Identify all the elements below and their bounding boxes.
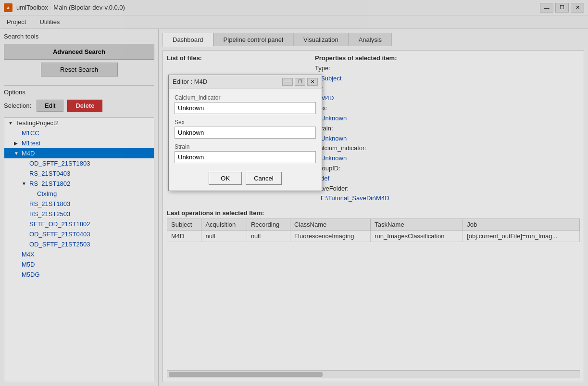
operations-table: Subject Acquisition Recording ClassName …	[167, 219, 580, 242]
cell-recording: null	[247, 231, 290, 242]
od1-link[interactable]: OD_SFTF_21ST1803	[29, 160, 90, 167]
tab-visualization[interactable]: Visualization	[293, 33, 349, 46]
m1test-toggle[interactable]: ▶	[14, 141, 20, 146]
menu-bar: Project Utilities	[0, 15, 588, 29]
col-job: Job	[463, 219, 580, 231]
title-text: umlToolbox - Main (Bipolar-dev-v.0.0.0)	[16, 4, 125, 11]
m4x-link[interactable]: M4X	[22, 251, 35, 258]
last-operations-header: Last operations in selected Item:	[167, 209, 580, 217]
root-toggle[interactable]: ▼	[8, 120, 14, 126]
rs2-toggle[interactable]: ▼	[22, 181, 27, 186]
m1cc-link[interactable]: M1CC	[22, 129, 39, 137]
tab-analysis[interactable]: Analysis	[349, 33, 392, 46]
selection-row: Selection: Edit Delete	[4, 100, 154, 112]
tree-item-rs-21st2503[interactable]: RS_21ST2503	[4, 209, 154, 219]
col-taskname: TaskName	[371, 219, 463, 231]
tree-item-sftf-od-21st1802[interactable]: SFTF_OD_21ST1802	[4, 219, 154, 229]
modal-maximize-button[interactable]: ☐	[295, 78, 305, 86]
tab-pipeline[interactable]: Pipeline control panel	[213, 33, 293, 46]
modal-titlebar: Editor : M4D — ☐ ✕	[169, 75, 322, 89]
tree-item-rs-21st0403[interactable]: RS_21ST0403	[4, 168, 154, 179]
list-of-files-header: List of files:	[167, 54, 311, 62]
reset-search-button[interactable]: Reset Search	[41, 63, 118, 77]
modal-controls: — ☐ ✕	[282, 78, 318, 86]
col-acquisition: Acquisition	[201, 219, 247, 231]
type-label: Type:	[315, 64, 330, 72]
tree-container[interactable]: ▼ TestingProject2 M1CC ▶ M1test ▼ M4D OD…	[4, 117, 154, 382]
tree-item-m5d[interactable]: M5D	[4, 259, 154, 270]
tree-item-od-sftf-21st0403[interactable]: OD_SFTF_21ST0403	[4, 229, 154, 239]
cell-job: [obj.current_outFile]=run_Imag...	[463, 231, 580, 242]
cell-subject: M4D	[167, 231, 201, 242]
cell-classname: FluorescenceImaging	[290, 231, 371, 242]
tree-item-od-sftf-21st1803[interactable]: OD_SFTF_21ST1803	[4, 158, 154, 168]
modal-minimize-button[interactable]: —	[282, 78, 293, 86]
close-button[interactable]: ✕	[571, 3, 584, 13]
tree-item-m1test[interactable]: ▶ M1test	[4, 138, 154, 148]
menu-utilities[interactable]: Utilities	[37, 17, 63, 26]
col-classname: ClassName	[290, 219, 371, 231]
m4d-toggle[interactable]: ▼	[14, 151, 20, 156]
tree-item-m4d[interactable]: ▼ M4D	[4, 148, 154, 158]
maximize-button[interactable]: ☐	[555, 3, 569, 13]
left-panel: Search tools Advanced Search Reset Searc…	[0, 29, 159, 386]
selection-label: Selection:	[4, 102, 33, 109]
search-tools-header: Search tools	[4, 33, 154, 40]
tree-root[interactable]: ▼ TestingProject2	[4, 118, 154, 128]
savefolder-value: F:\Tutorial_SaveDir\M4D	[315, 194, 389, 202]
m1test-link[interactable]: M1test	[22, 140, 40, 147]
ctximg-link[interactable]: CtxImg	[37, 190, 57, 197]
tab-dashboard[interactable]: Dashboard	[163, 33, 213, 47]
tree-root-label: TestingProject2	[16, 119, 59, 127]
tree-item-m5dg[interactable]: M5DG	[4, 270, 154, 280]
rs3-link[interactable]: RS_21ST1803	[29, 200, 70, 207]
m4d-label: M4D	[22, 150, 35, 157]
properties-header: Properties of selected item:	[315, 54, 580, 62]
advanced-search-button[interactable]: Advanced Search	[4, 44, 154, 60]
od3-link[interactable]: OD_SFTF_21ST2503	[29, 241, 90, 248]
tree-item-m1cc[interactable]: M1CC	[4, 128, 154, 138]
table-row[interactable]: M4D null null FluorescenceImaging run_Im…	[167, 231, 580, 242]
delete-button[interactable]: Delete	[67, 100, 102, 112]
ok-button[interactable]: OK	[209, 172, 242, 185]
modal-buttons: OK Cancel	[175, 172, 316, 185]
rs1-link[interactable]: RS_21ST0403	[29, 170, 70, 177]
modal-close-button[interactable]: ✕	[307, 78, 318, 86]
divider-1	[4, 85, 154, 86]
sex-input[interactable]	[175, 127, 316, 139]
properties-section: Properties of selected item: Type: Subje…	[315, 54, 580, 204]
tree-item-rs-21st1802[interactable]: ▼ RS_21ST1802	[4, 179, 154, 189]
calcium-label: Calcium_indicator:	[315, 144, 366, 152]
col-recording: Recording	[247, 219, 290, 231]
col-subject: Subject	[167, 219, 201, 231]
title-bar-left: ▲ umlToolbox - Main (Bipolar-dev-v.0.0.0…	[4, 3, 125, 12]
tree-item-rs-21st1803[interactable]: RS_21ST1803	[4, 199, 154, 209]
options-header: Options	[4, 89, 154, 96]
edit-button[interactable]: Edit	[37, 100, 63, 112]
od2-link[interactable]: OD_SFTF_21ST0403	[29, 231, 90, 238]
app-icon: ▲	[4, 3, 13, 12]
rs2-link[interactable]: RS_21ST1802	[29, 180, 70, 187]
editor-modal: Editor : M4D — ☐ ✕ Calcium_indicator Sex…	[168, 75, 322, 191]
modal-body: Calcium_indicator Sex Strain OK Cancel	[169, 89, 322, 191]
cell-taskname: run_ImagesClassification	[371, 231, 463, 242]
calcium-field-label: Calcium_indicator	[175, 94, 316, 101]
strain-field-label: Strain	[175, 143, 316, 150]
m5dg-link[interactable]: M5DG	[22, 271, 40, 278]
rs4-link[interactable]: RS_21ST2503	[29, 210, 70, 218]
cancel-button[interactable]: Cancel	[246, 172, 281, 185]
tree-item-od-sftf-21st2503[interactable]: OD_SFTF_21ST2503	[4, 239, 154, 249]
cell-acquisition: null	[201, 231, 247, 242]
tree-item-ctximg[interactable]: CtxImg	[4, 189, 154, 199]
menu-project[interactable]: Project	[4, 17, 29, 26]
horizontal-scrollbar[interactable]	[167, 370, 580, 378]
title-bar: ▲ umlToolbox - Main (Bipolar-dev-v.0.0.0…	[0, 0, 588, 15]
calcium-input[interactable]	[175, 102, 316, 114]
sftf1-link[interactable]: SFTF_OD_21ST1802	[29, 220, 90, 228]
strain-input[interactable]	[175, 151, 316, 163]
m5d-link[interactable]: M5D	[22, 261, 35, 268]
minimize-button[interactable]: —	[540, 3, 553, 13]
table-scroll-container[interactable]: Subject Acquisition Recording ClassName …	[167, 219, 580, 370]
tree-item-m4x[interactable]: M4X	[4, 249, 154, 259]
sex-field-label: Sex	[175, 119, 316, 126]
